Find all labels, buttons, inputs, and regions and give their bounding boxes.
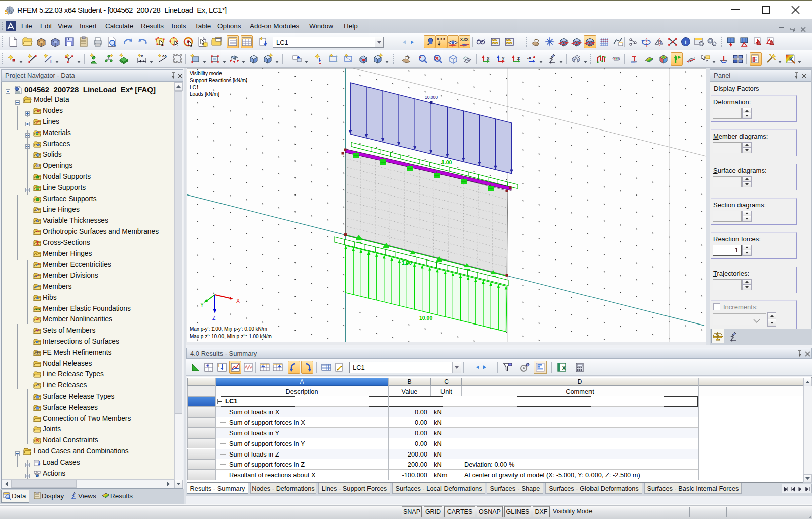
svg-text:Z: Z: [517, 56, 520, 61]
svg-text:Max p-y': 1.00, Min p-y': 0.00: Max p-y': 1.00, Min p-y': 0.00 kN/m: [190, 326, 267, 332]
svg-text:1.00: 1.00: [402, 260, 412, 266]
svg-text:X.XX: X.XX: [460, 38, 469, 42]
svg-text:X: X: [236, 298, 240, 304]
svg-text:Max p-z': 10.00, Min p-z': -1.: Max p-z': 10.00, Min p-z': -1.00 kN/m: [190, 334, 272, 339]
svg-text:i: i: [527, 363, 527, 366]
svg-text:x: x: [141, 54, 143, 58]
svg-text:I: I: [50, 59, 52, 64]
svg-text:Z: Z: [212, 315, 216, 321]
svg-text:1.00: 1.00: [441, 159, 452, 165]
svg-text:-X: -X: [527, 56, 532, 60]
svg-text:X: X: [487, 56, 490, 61]
svg-text:i: i: [685, 39, 686, 46]
svg-text:Visibility mode: Visibility mode: [190, 71, 222, 76]
svg-text:Support Reactions [kN/m]: Support Reactions [kN/m]: [190, 78, 247, 83]
svg-text:K: K: [789, 57, 793, 62]
svg-text:5: 5: [5, 9, 8, 16]
svg-text:10.000: 10.000: [425, 95, 438, 100]
svg-text:xx: xx: [162, 53, 167, 58]
svg-text:-: -: [210, 367, 211, 372]
svg-text:Y: Y: [200, 302, 204, 308]
svg-text:I: I: [218, 363, 219, 368]
svg-text:Loads [kN/m]: Loads [kN/m]: [190, 91, 219, 97]
svg-text:Y: Y: [502, 56, 505, 61]
svg-text:X.XX: X.XX: [437, 37, 446, 41]
svg-text:LC1: LC1: [190, 85, 199, 90]
svg-text:X: X: [562, 364, 566, 372]
svg-text:10.00: 10.00: [419, 315, 432, 321]
